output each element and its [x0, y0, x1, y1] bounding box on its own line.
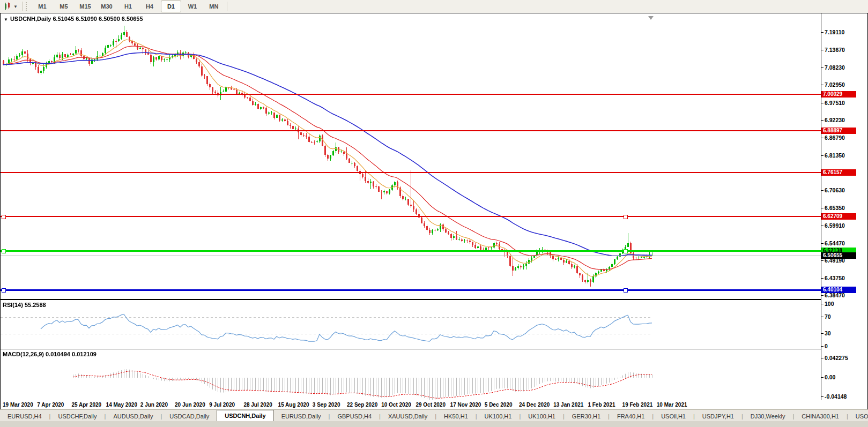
price-panel: ▼USDCNH,Daily 6.51045 6.51090 6.50500 6.… — [1, 13, 821, 299]
tab-eurusd-daily[interactable]: EURUSD,Daily — [274, 411, 329, 422]
price-tick: 6.86790 — [825, 134, 845, 141]
date-label: 22 Sep 2020 — [347, 402, 377, 408]
hline-resistance-6.88897[interactable] — [1, 130, 821, 131]
rsi-tick: 100 — [825, 301, 834, 307]
macd-canvas[interactable] — [1, 350, 821, 400]
date-label: 20 Jun 2020 — [175, 402, 205, 408]
timeframe-buttons: M1M5M15M30H1H4D1W1MN — [32, 1, 225, 12]
tab-fra40-h1[interactable]: FRA40,H1 — [610, 411, 652, 422]
tab-uk100-h1[interactable]: UK100,H1 — [477, 411, 520, 422]
tab-gbpusd-h4[interactable]: GBPUSD,H4 — [330, 411, 379, 422]
hline-current-price-6.50655[interactable] — [1, 256, 821, 256]
date-label: 9 Jul 2020 — [209, 402, 235, 408]
symbol-tab-bar: EURUSD,H4|USDCHF,Daily|AUDUSD,Daily|USDC… — [0, 409, 868, 422]
line-handle — [624, 215, 628, 219]
date-label: 10 Oct 2020 — [381, 402, 411, 408]
tab-xauusd-daily[interactable]: XAUUSD,Daily — [381, 411, 435, 422]
tab-usoil-h1[interactable]: USOil,H1 — [654, 411, 693, 422]
date-label: 17 Nov 2020 — [450, 402, 481, 408]
rsi-panel: RSI(14) 55.2588 — [1, 299, 821, 349]
date-label: 19 Mar 2020 — [3, 402, 33, 408]
rsi-tick: 70 — [825, 313, 831, 320]
price-badge: 6.62709 — [821, 213, 856, 220]
line-handle — [2, 288, 6, 293]
bottom-strip — [0, 421, 868, 427]
date-label: 29 Oct 2020 — [416, 402, 446, 408]
line-handle — [2, 215, 6, 219]
hline-resistance-7.00029[interactable] — [1, 94, 821, 95]
macd-label: MACD(12,26,9) 0.010494 0.012109 — [3, 351, 97, 357]
price-axis-separator — [821, 13, 821, 400]
date-axis[interactable]: 19 Mar 20207 Apr 202025 Apr 202014 May 2… — [1, 401, 821, 409]
macd-tick: 0.042275 — [825, 355, 848, 361]
timeframe-h1[interactable]: H1 — [118, 1, 138, 12]
hline-support-6.40104[interactable] — [1, 289, 821, 291]
symbol-dropdown-icon[interactable]: ▼ — [4, 17, 8, 22]
price-tick: 6.70630 — [825, 187, 845, 193]
timeframe-d1[interactable]: D1 — [161, 1, 181, 12]
price-tick: 7.19110 — [825, 29, 844, 35]
price-badge: 6.88897 — [821, 128, 856, 134]
tab-usdcnh-daily[interactable]: USDCNH,Daily — [217, 410, 273, 422]
chart-shift-marker-icon[interactable] — [648, 16, 654, 20]
date-label: 24 Dec 2020 — [519, 402, 550, 408]
date-label: 28 Jul 2020 — [243, 402, 272, 408]
rsi-canvas[interactable] — [1, 301, 821, 348]
timeframe-h4[interactable]: H4 — [139, 1, 160, 12]
hline-resistance-6.62709[interactable] — [1, 216, 821, 217]
chart-window: ▼USDCNH,Daily 6.51045 6.51090 6.50500 6.… — [0, 13, 868, 410]
macd-tick: -0.04148 — [825, 393, 847, 400]
tab-dj30-weekly[interactable]: DJ30,Weekly — [743, 411, 793, 422]
tab-usdchf-daily[interactable]: USDCHF,Daily — [50, 411, 104, 422]
price-tick: 7.13670 — [825, 47, 845, 53]
price-badge: 6.40104 — [821, 287, 856, 293]
line-handle — [624, 288, 628, 293]
date-label: 7 Apr 2020 — [37, 402, 64, 408]
price-tick: 6.59910 — [825, 222, 845, 229]
date-label: 19 Feb 2021 — [622, 402, 653, 408]
tab-china300-h1[interactable]: CHINA300,H1 — [794, 411, 847, 422]
chart-type-dropdown-icon[interactable]: ▼ — [13, 4, 18, 9]
date-label: 3 Sep 2020 — [313, 402, 340, 408]
date-label: 15 Aug 2020 — [278, 402, 309, 408]
price-tick: 6.54470 — [825, 240, 845, 246]
price-badge: 6.50655 — [821, 252, 856, 259]
chart-type-icon[interactable] — [3, 2, 13, 11]
tab-uk100-h1[interactable]: UK100,H1 — [521, 411, 563, 422]
date-label: 13 Jan 2021 — [553, 402, 583, 408]
macd-panel: MACD(12,26,9) 0.010494 0.012109 — [1, 349, 821, 401]
tab-usdcad-daily[interactable]: USDCAD,Daily — [162, 411, 217, 422]
toolbar-separator — [227, 2, 227, 11]
date-label: 14 May 2020 — [106, 402, 137, 408]
price-tick: 6.65350 — [825, 205, 845, 211]
macd-tick: 0.00 — [825, 374, 835, 380]
timeframe-m15[interactable]: M15 — [75, 1, 95, 12]
symbol-name: USDCNH,Daily — [10, 16, 51, 22]
timeframe-w1[interactable]: W1 — [182, 1, 203, 12]
price-tick: 7.02950 — [825, 81, 845, 88]
price-badge: 6.76157 — [821, 169, 856, 176]
date-label: 25 Apr 2020 — [71, 402, 101, 408]
tab-audusd-daily[interactable]: AUDUSD,Daily — [106, 411, 160, 422]
timeframe-toolbar: ▼ M1M5M15M30H1H4D1W1MN — [0, 0, 868, 13]
tab-usdjpy-h1[interactable]: USDJPY,H1 — [695, 411, 741, 422]
line-handle — [624, 249, 628, 253]
timeframe-mn[interactable]: MN — [204, 1, 224, 12]
price-tick: 6.43750 — [825, 275, 845, 281]
timeframe-m5[interactable]: M5 — [54, 1, 74, 12]
tab-usoil-h4[interactable]: USOil,H4 — [848, 411, 868, 422]
price-badge: 7.00029 — [821, 91, 856, 98]
timeframe-m30[interactable]: M30 — [97, 1, 117, 12]
toolbar-grip-handle[interactable] — [26, 2, 28, 11]
tab-ger30-h1[interactable]: GER30,H1 — [565, 411, 608, 422]
timeframe-m1[interactable]: M1 — [32, 1, 53, 12]
tab-hk50-h1[interactable]: HK50,H1 — [436, 411, 476, 422]
rsi-tick: 0 — [825, 343, 828, 349]
rsi-tick: 30 — [825, 330, 831, 336]
price-tick: 6.81350 — [825, 152, 845, 159]
date-label: 2 Jun 2020 — [140, 402, 168, 408]
rsi-label: RSI(14) 55.2588 — [3, 302, 46, 308]
hline-resistance-6.76157[interactable] — [1, 172, 821, 173]
tab-eurusd-h4[interactable]: EURUSD,H4 — [0, 411, 49, 422]
hline-level-6.52138[interactable] — [1, 250, 821, 252]
